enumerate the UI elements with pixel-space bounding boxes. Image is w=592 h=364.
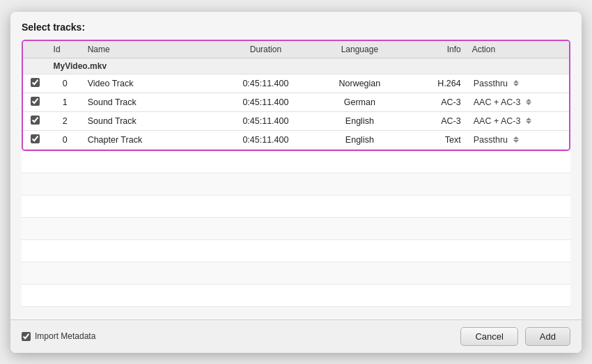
row-info: Text bbox=[407, 130, 467, 149]
row-action: AAC + AC-3 bbox=[467, 111, 569, 130]
col-header-id: Id bbox=[48, 41, 82, 58]
col-header-name: Name bbox=[82, 41, 219, 58]
empty-row bbox=[22, 173, 570, 196]
row-checkbox-cell bbox=[23, 74, 48, 93]
col-header-info: Info bbox=[407, 41, 467, 58]
select-tracks-dialog: Select tracks: Id Name Duration Language… bbox=[10, 12, 582, 353]
row-id: 0 bbox=[48, 74, 82, 93]
group-label: MyVideo.mkv bbox=[48, 58, 569, 74]
action-value: Passthru bbox=[474, 79, 508, 88]
col-header-action: Action bbox=[467, 41, 569, 58]
row-name: Chapter Track bbox=[82, 130, 219, 149]
empty-row bbox=[22, 262, 570, 285]
empty-row bbox=[22, 151, 570, 173]
row-duration: 0:45:11.400 bbox=[219, 130, 313, 149]
action-spinner[interactable] bbox=[526, 118, 531, 124]
action-spinner[interactable] bbox=[513, 136, 519, 143]
spinner-down-icon[interactable] bbox=[513, 84, 519, 86]
spinner-down-icon[interactable] bbox=[513, 140, 519, 143]
col-header-duration: Duration bbox=[219, 41, 313, 58]
row-action: Passthru bbox=[467, 130, 569, 149]
table-row: 1 Sound Track 0:45:11.400 German AC-3 AA… bbox=[23, 93, 569, 111]
row-checkbox-cell bbox=[23, 93, 48, 111]
spinner-up-icon[interactable] bbox=[513, 136, 519, 139]
table-row: 2 Sound Track 0:45:11.400 English AC-3 A… bbox=[23, 111, 569, 130]
table-header-row: Id Name Duration Language Info Action bbox=[23, 41, 569, 58]
empty-row bbox=[22, 218, 570, 240]
spinner-up-icon[interactable] bbox=[526, 99, 531, 102]
spinner-down-icon[interactable] bbox=[526, 121, 531, 124]
group-header-row: MyVideo.mkv bbox=[23, 58, 569, 74]
import-metadata-label: Import Metadata bbox=[35, 331, 95, 341]
row-duration: 0:45:11.400 bbox=[219, 111, 313, 130]
track-checkbox[interactable] bbox=[31, 116, 40, 125]
track-checkbox[interactable] bbox=[31, 78, 40, 87]
cancel-button[interactable]: Cancel bbox=[460, 327, 517, 346]
action-value: AAC + AC-3 bbox=[474, 116, 521, 126]
track-checkbox[interactable] bbox=[31, 97, 40, 106]
add-button[interactable]: Add bbox=[525, 327, 570, 346]
row-id: 2 bbox=[48, 111, 82, 130]
row-info: H.264 bbox=[407, 74, 467, 93]
import-metadata-area: Import Metadata bbox=[22, 331, 460, 341]
group-header-check-cell bbox=[23, 58, 48, 74]
row-name: Sound Track bbox=[82, 111, 219, 130]
spinner-down-icon[interactable] bbox=[526, 102, 531, 105]
row-checkbox-cell bbox=[23, 111, 48, 130]
empty-row bbox=[22, 196, 570, 218]
table-row: 0 Chapter Track 0:45:11.400 English Text… bbox=[23, 130, 569, 149]
dialog-footer: Import Metadata Cancel Add bbox=[10, 319, 582, 353]
action-select-container: Passthru bbox=[474, 79, 563, 88]
row-language: German bbox=[313, 93, 407, 111]
dialog-content: Select tracks: Id Name Duration Language… bbox=[10, 12, 582, 319]
row-action: Passthru bbox=[467, 74, 569, 93]
empty-rows-area bbox=[22, 151, 570, 312]
action-select-container: Passthru bbox=[474, 135, 563, 145]
row-language: English bbox=[313, 130, 407, 149]
row-info: AC-3 bbox=[407, 93, 467, 111]
row-name: Video Track bbox=[82, 74, 219, 93]
action-select-container: AAC + AC-3 bbox=[474, 97, 563, 107]
row-duration: 0:45:11.400 bbox=[219, 74, 313, 93]
import-metadata-checkbox[interactable] bbox=[22, 332, 31, 341]
action-spinner[interactable] bbox=[526, 99, 531, 105]
table-row: 0 Video Track 0:45:11.400 Norwegian H.26… bbox=[23, 74, 569, 93]
row-id: 0 bbox=[48, 130, 82, 149]
col-header-language: Language bbox=[313, 41, 407, 58]
row-checkbox-cell bbox=[23, 130, 48, 149]
action-value: Passthru bbox=[474, 135, 508, 145]
row-duration: 0:45:11.400 bbox=[219, 93, 313, 111]
tracks-table: Id Name Duration Language Info Action My… bbox=[23, 41, 569, 150]
empty-row bbox=[22, 285, 570, 307]
row-language: Norwegian bbox=[313, 74, 407, 93]
row-action: AAC + AC-3 bbox=[467, 93, 569, 111]
row-id: 1 bbox=[48, 93, 82, 111]
spinner-up-icon[interactable] bbox=[513, 80, 519, 83]
row-info: AC-3 bbox=[407, 111, 467, 130]
row-language: English bbox=[313, 111, 407, 130]
col-header-check bbox=[23, 41, 48, 58]
track-checkbox[interactable] bbox=[31, 134, 40, 143]
tracks-container: Id Name Duration Language Info Action My… bbox=[22, 40, 570, 151]
row-name: Sound Track bbox=[82, 93, 219, 111]
action-select-container: AAC + AC-3 bbox=[474, 116, 563, 126]
dialog-section-title: Select tracks: bbox=[22, 22, 570, 33]
action-spinner[interactable] bbox=[513, 80, 519, 86]
footer-buttons: Cancel Add bbox=[460, 327, 570, 346]
action-value: AAC + AC-3 bbox=[474, 97, 521, 107]
empty-row bbox=[22, 240, 570, 262]
spinner-up-icon[interactable] bbox=[526, 118, 531, 120]
